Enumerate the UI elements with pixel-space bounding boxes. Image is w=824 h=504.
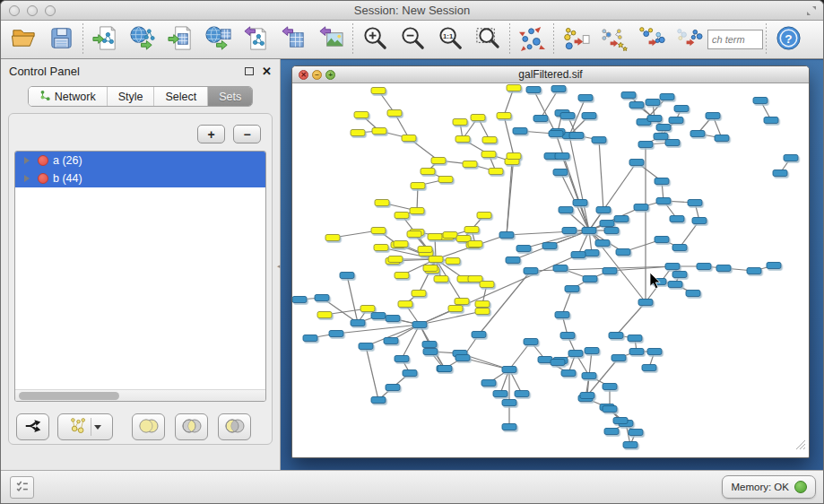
network-node[interactable] (502, 424, 516, 430)
network-node[interactable] (629, 349, 644, 355)
close-panel-icon[interactable]: ✕ (262, 67, 272, 76)
close-network-icon[interactable]: ✕ (299, 70, 308, 80)
network-node[interactable] (665, 264, 680, 270)
network-node[interactable] (697, 264, 711, 270)
network-edge[interactable] (562, 289, 572, 315)
tab-style[interactable]: Style (108, 87, 155, 106)
network-node[interactable] (623, 442, 638, 448)
network-edge[interactable] (347, 275, 358, 323)
network-node[interactable] (317, 312, 332, 318)
network-node[interactable] (434, 276, 448, 282)
network-node[interactable] (372, 128, 386, 135)
maximize-network-icon[interactable]: + (325, 70, 335, 80)
select-first-neighbors-button[interactable] (594, 22, 632, 56)
network-node[interactable] (628, 335, 642, 342)
network-node[interactable] (303, 335, 317, 342)
network-node[interactable] (656, 125, 671, 131)
configure-toolbar-button[interactable] (10, 476, 34, 499)
network-edge[interactable] (599, 140, 603, 210)
network-node[interactable] (475, 308, 490, 315)
network-node[interactable] (371, 313, 386, 319)
import-network-file-button[interactable] (86, 22, 124, 56)
memory-status-button[interactable]: Memory: OK (722, 475, 816, 499)
network-node[interactable] (642, 365, 656, 371)
network-node[interactable] (585, 250, 599, 256)
disclosure-triangle-icon[interactable] (24, 157, 30, 164)
network-node[interactable] (524, 268, 538, 274)
network-node[interactable] (493, 391, 507, 397)
network-node[interactable] (553, 265, 568, 272)
set-row[interactable]: b (44) (15, 169, 265, 187)
network-node[interactable] (560, 113, 575, 119)
network-node[interactable] (568, 351, 583, 357)
network-edge[interactable] (500, 369, 509, 394)
network-node[interactable] (580, 393, 594, 399)
network-node[interactable] (573, 200, 587, 206)
network-node[interactable] (542, 243, 557, 249)
network-node[interactable] (562, 228, 577, 234)
network-node[interactable] (403, 370, 417, 377)
network-node[interactable] (482, 137, 497, 143)
network-node[interactable] (455, 136, 470, 143)
network-node[interactable] (453, 119, 467, 126)
network-node[interactable] (360, 306, 375, 312)
minimize-window-button[interactable] (27, 5, 38, 16)
network-node[interactable] (600, 221, 614, 227)
network-node[interactable] (354, 112, 369, 118)
network-node[interactable] (375, 200, 389, 206)
network-edge[interactable] (504, 88, 514, 116)
network-node[interactable] (638, 142, 653, 148)
zoom-window-button[interactable] (45, 5, 56, 16)
network-node[interactable] (604, 228, 619, 234)
zoom-out-button[interactable] (394, 22, 431, 56)
network-node[interactable] (499, 232, 514, 239)
network-node[interactable] (340, 273, 354, 279)
network-node[interactable] (571, 252, 585, 258)
network-node[interactable] (395, 273, 409, 279)
network-node[interactable] (603, 268, 617, 274)
network-node[interactable] (716, 265, 731, 272)
fullscreen-icon[interactable] (805, 4, 818, 17)
network-node[interactable] (629, 160, 644, 166)
network-node[interactable] (489, 169, 503, 175)
network-node[interactable] (569, 133, 584, 139)
export-table-button[interactable] (274, 22, 312, 56)
zoom-in-button[interactable] (356, 22, 394, 56)
network-node[interactable] (773, 170, 787, 177)
network-node[interactable] (611, 355, 626, 361)
network-node[interactable] (429, 256, 443, 263)
network-node[interactable] (784, 155, 798, 161)
remove-set-button[interactable]: − (233, 125, 261, 143)
network-edge[interactable] (504, 116, 514, 156)
minimize-network-icon[interactable]: − (312, 70, 322, 80)
network-node[interactable] (351, 320, 365, 326)
network-node[interactable] (646, 100, 660, 106)
network-edge[interactable] (509, 342, 531, 369)
network-node[interactable] (603, 384, 617, 390)
network-node[interactable] (559, 207, 573, 213)
network-node[interactable] (446, 258, 460, 265)
network-node[interactable] (565, 286, 579, 292)
add-set-button[interactable]: + (197, 125, 225, 143)
network-node[interactable] (613, 418, 628, 424)
disclosure-triangle-icon[interactable] (24, 175, 30, 182)
difference-button[interactable] (218, 413, 251, 440)
network-node[interactable] (412, 291, 426, 297)
network-node[interactable] (502, 400, 516, 406)
network-node[interactable] (497, 113, 511, 119)
network-node[interactable] (464, 227, 479, 233)
network-node[interactable] (616, 249, 630, 256)
resize-grip-icon[interactable] (796, 440, 805, 449)
network-node[interactable] (329, 331, 343, 337)
network-node[interactable] (374, 245, 388, 251)
network-node[interactable] (455, 355, 470, 361)
intersection-button[interactable] (175, 413, 208, 440)
network-node[interactable] (386, 316, 400, 322)
export-network-button[interactable] (237, 22, 274, 56)
network-node[interactable] (560, 333, 575, 339)
network-node[interactable] (665, 140, 680, 146)
network-node[interactable] (394, 241, 408, 248)
network-node[interactable] (359, 343, 373, 350)
network-node[interactable] (402, 135, 416, 142)
float-panel-icon[interactable] (245, 67, 254, 75)
